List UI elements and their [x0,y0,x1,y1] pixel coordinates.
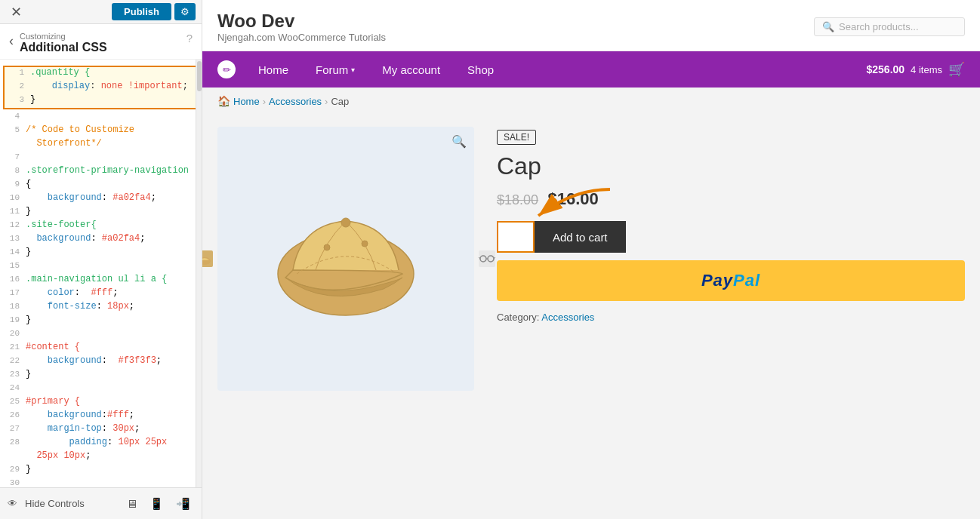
breadcrumb-current: Cap [331,96,349,107]
category-line: Category: Accessories [497,312,965,323]
cart-icon[interactable]: 🛒 [948,61,965,78]
gear-button[interactable]: ⚙ [174,3,196,20]
add-to-cart-button[interactable]: Add to cart [535,221,626,253]
product-title: Cap [497,152,965,180]
sale-badge: SALE! [497,130,536,145]
category-link[interactable]: Accessories [541,312,594,323]
forum-dropdown-icon: ▾ [351,66,355,74]
breadcrumb: 🏠 Home › Accessories › Cap [202,88,980,115]
product-image [255,183,436,334]
site-header: Woo Dev Njengah.com WooCommerce Tutorial… [202,0,980,51]
breadcrumb-home[interactable]: Home [233,96,260,107]
thumbnail-1[interactable] [202,250,213,267]
top-bar: ✕ Publish ⚙ [0,0,202,24]
zoom-icon[interactable]: 🔍 [451,134,467,149]
paypal-label: PayPal [701,271,760,290]
nav-shop[interactable]: Shop [454,63,507,76]
quantity-input[interactable] [497,221,535,253]
site-nav: ✏ Home Forum ▾ My account Shop $256.00 4… [202,51,980,88]
site-preview: Woo Dev Njengah.com WooCommerce Tutorial… [202,0,980,519]
site-title: Woo Dev [217,11,386,32]
product-image-container: 🔍 [217,127,474,391]
price-area: $18.00 $16.00 [497,189,965,209]
nav-my-account[interactable]: My account [368,63,454,76]
svg-point-6 [488,256,494,262]
cart-price: $256.00 [866,63,904,75]
site-subtitle: Njengah.com WooCommerce Tutorials [217,32,386,43]
mobile-view-button[interactable]: 📲 [172,496,194,512]
hide-controls-label: Hide Controls [25,498,85,509]
product-info: SALE! Cap $18.00 $16.00 [497,127,965,391]
thumbnail-glasses[interactable] [479,250,495,267]
highlighted-code-block: 1 .quantity { 2 display: none !important… [3,66,199,109]
close-button[interactable]: ✕ [6,2,26,22]
publish-button[interactable]: Publish [112,3,171,20]
search-box[interactable]: 🔍 Search products... [814,17,965,36]
thumbnail-strip-right [479,250,495,267]
help-button[interactable]: ? [186,32,193,45]
nav-home[interactable]: Home [245,63,302,76]
section-title: Additional CSS [20,41,183,54]
cart-area: $256.00 4 items 🛒 [866,61,965,78]
customizing-label: Customizing [20,32,183,41]
paypal-button[interactable]: PayPal [497,260,965,301]
old-price: $18.00 [497,192,538,207]
tablet-view-button[interactable]: 📱 [146,496,168,512]
home-icon: 🏠 [217,95,230,107]
breadcrumb-accessories[interactable]: Accessories [269,96,322,107]
new-price: $16.00 [548,189,599,208]
customizer-panel: ✕ Publish ⚙ ‹ Customizing Additional CSS… [0,0,202,519]
nav-forum[interactable]: Forum ▾ [302,63,368,76]
search-icon: 🔍 [822,21,834,32]
hide-controls-icon: 👁 [8,498,17,509]
svg-point-5 [480,256,486,262]
search-placeholder: Search products... [839,21,919,32]
thumbnail-strip-left [202,250,213,267]
product-area: 🔍 [202,115,980,403]
css-editor[interactable]: 1 .quantity { 2 display: none !important… [0,60,202,487]
bottom-bar: 👁 Hide Controls 🖥 📱 📲 [0,487,202,519]
desktop-view-button[interactable]: 🖥 [122,496,141,512]
cart-count: 4 items [911,64,942,75]
back-button[interactable]: ‹ [9,33,14,49]
nav-links: Home Forum ▾ My account Shop [245,63,507,76]
edit-pencil-button[interactable]: ✏ [217,60,236,78]
svg-point-1 [341,218,350,227]
cart-controls: Add to cart [497,221,965,253]
add-to-cart-area: Add to cart [497,221,965,253]
scrollbar[interactable] [196,60,202,487]
customizing-header: ‹ Customizing Additional CSS ? [0,24,202,60]
